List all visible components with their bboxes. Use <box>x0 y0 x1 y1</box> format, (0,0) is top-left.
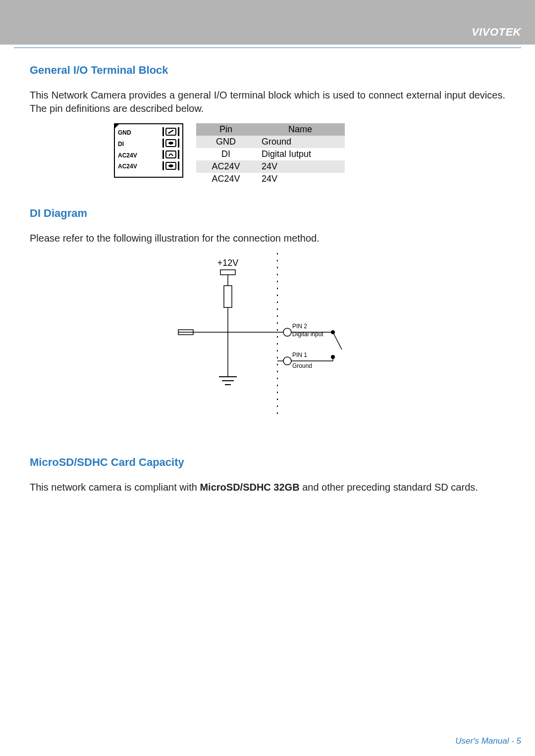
text-pre: This network camera is compliant with <box>30 482 200 493</box>
terminal-labels: GND DI AC24V AC24V <box>118 127 137 172</box>
svg-line-18 <box>333 332 342 350</box>
brand-label: VIVOTEK <box>472 26 521 39</box>
section-title: DI Diagram <box>30 207 505 220</box>
table-header: Pin <box>196 123 256 136</box>
table-header-row: Pin Name <box>196 123 345 136</box>
terminal-slot <box>162 127 179 136</box>
svg-point-1 <box>168 142 173 145</box>
label-digital-input: Digital input <box>292 331 323 338</box>
section-title: General I/O Terminal Block <box>30 64 505 77</box>
table-row: DI Digital Iutput <box>196 148 345 160</box>
section-di-diagram: DI Diagram Please refer to the following… <box>30 207 505 416</box>
terminal-label: AC24V <box>118 161 137 172</box>
di-diagram: +12V <box>30 253 505 416</box>
table-cell-pin: DI <box>196 148 256 160</box>
text-bold: MicroSD/SDHC 32GB <box>200 482 299 493</box>
svg-point-22 <box>283 357 291 365</box>
terminal-label: DI <box>118 139 137 150</box>
terminal-slot <box>162 139 179 148</box>
gio-row: GND DI AC24V AC24V <box>30 123 505 185</box>
terminal-label: GND <box>118 127 137 139</box>
svg-point-15 <box>283 328 291 336</box>
label-pin2: PIN 2 <box>292 323 307 330</box>
section-title: MicroSD/SDHC Card Capacity <box>30 456 505 469</box>
table-cell-name: 24V <box>256 173 345 185</box>
svg-rect-3 <box>220 270 235 275</box>
table-row: AC24V 24V <box>196 160 345 173</box>
svg-point-0 <box>168 132 170 134</box>
terminal-slot <box>162 150 179 159</box>
section-sd-capacity: MicroSD/SDHC Card Capacity This network … <box>30 456 505 494</box>
svg-rect-5 <box>224 286 232 307</box>
section-body: Please refer to the following illustrati… <box>30 232 505 245</box>
table-row: GND Ground <box>196 136 345 148</box>
section-general-io: General I/O Terminal Block This Network … <box>30 64 505 185</box>
label-pin1: PIN 1 <box>292 352 307 358</box>
terminal-block-diagram: GND DI AC24V AC24V <box>114 123 183 178</box>
svg-point-2 <box>168 164 173 167</box>
terminal-label: AC24V <box>118 150 137 161</box>
text-post: and other preceding standard SD cards. <box>300 482 478 493</box>
section-body: This Network Camera provides a general I… <box>30 89 505 115</box>
page-content: General I/O Terminal Block This Network … <box>0 48 535 494</box>
table-cell-pin: AC24V <box>196 173 256 185</box>
section-body: This network camera is compliant with Mi… <box>30 481 505 494</box>
terminal-slot <box>162 161 179 170</box>
table-cell-pin: AC24V <box>196 160 256 173</box>
table-cell-name: Ground <box>256 136 345 148</box>
table-header: Name <box>256 123 345 136</box>
table-cell-pin: GND <box>196 136 256 148</box>
table-cell-name: 24V <box>256 160 345 173</box>
label-12v: +12V <box>217 258 239 268</box>
label-ground: Ground <box>292 362 312 369</box>
header-bar: VIVOTEK <box>0 0 535 45</box>
footer-page-label: User's Manual - 5 <box>455 736 521 746</box>
pin-table: Pin Name GND Ground DI Digital Iutput AC… <box>196 123 345 185</box>
terminal-slots <box>162 127 179 170</box>
table-row: AC24V 24V <box>196 173 345 185</box>
table-cell-name: Digital Iutput <box>256 148 345 160</box>
